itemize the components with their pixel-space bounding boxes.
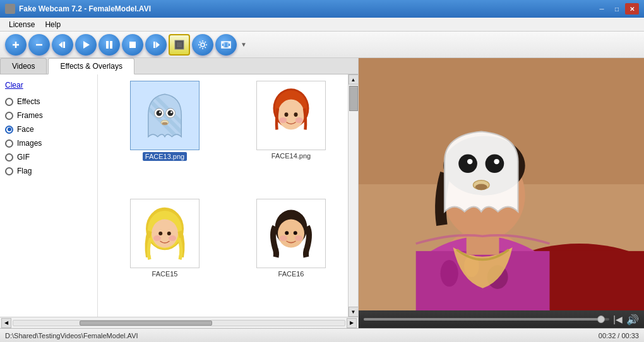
minimize-button[interactable]: ─ <box>595 3 609 15</box>
radio-images[interactable] <box>5 139 13 148</box>
svg-point-58 <box>441 260 458 286</box>
h-scroll-thumb[interactable] <box>80 321 212 326</box>
svg-rect-15 <box>222 42 224 44</box>
radio-gif[interactable] <box>5 153 13 162</box>
svg-rect-17 <box>229 42 230 44</box>
scroll-right-arrow[interactable]: ▶ <box>347 318 357 328</box>
forward-button[interactable] <box>145 34 167 56</box>
maximize-button[interactable]: □ <box>610 3 624 15</box>
status-path: D:\Shared\TestingVideos\FemaleModel.AVI <box>5 332 599 339</box>
rewind-icon <box>57 40 68 50</box>
svg-rect-8 <box>129 42 136 48</box>
stop-button[interactable] <box>122 34 143 56</box>
pause-icon <box>104 40 114 50</box>
svg-point-66 <box>467 159 472 164</box>
status-time: 00:32 / 00:33 <box>599 332 639 339</box>
filter-flag[interactable]: Flag <box>5 167 92 175</box>
plus-icon <box>11 40 21 50</box>
svg-point-65 <box>486 154 504 173</box>
scroll-left-arrow[interactable]: ◀ <box>1 318 11 328</box>
add-button[interactable] <box>5 34 27 56</box>
image-thumb-face16[interactable] <box>256 199 326 268</box>
radio-frames[interactable] <box>5 112 13 120</box>
clear-link[interactable]: Clear <box>5 81 92 90</box>
radio-flag[interactable] <box>5 167 13 175</box>
filter-frames[interactable]: Frames <box>5 111 92 120</box>
svg-rect-12 <box>177 42 182 47</box>
menu-license[interactable]: License <box>4 19 40 30</box>
image-item-face13[interactable]: FACE13.png <box>104 81 225 194</box>
svg-point-35 <box>279 117 287 123</box>
seek-thumb[interactable] <box>597 315 605 323</box>
image-thumb-face13[interactable] <box>130 81 200 150</box>
radio-effects[interactable] <box>5 98 13 106</box>
window-controls: ─ □ ✕ <box>595 3 639 15</box>
svg-point-36 <box>295 117 303 123</box>
scroll-down-arrow[interactable]: ▼ <box>349 307 359 317</box>
record-icon <box>174 39 185 50</box>
tab-videos[interactable]: Videos <box>0 58 47 74</box>
svg-point-31 <box>162 122 168 126</box>
forward-icon <box>151 40 161 50</box>
image-thumb-face15[interactable] <box>130 199 200 268</box>
window-title: Fake Webcam 7.2 - FemaleModel.AVI <box>19 4 595 13</box>
image-item-face14[interactable]: FACE14.png <box>230 81 352 194</box>
video-preview <box>359 58 644 310</box>
seek-bar[interactable] <box>364 318 609 321</box>
svg-point-44 <box>158 232 162 235</box>
svg-point-38 <box>294 112 298 117</box>
settings-button[interactable] <box>192 34 213 56</box>
image-label-face16: FACE16 <box>278 270 304 278</box>
filter-face[interactable]: Face <box>5 125 92 134</box>
svg-point-50 <box>285 231 289 235</box>
h-scroll-track[interactable] <box>13 320 345 326</box>
image-label-face14: FACE14.png <box>271 152 311 160</box>
content-area: Clear Effects Frames Face Images <box>0 74 358 317</box>
menu-bar: License Help <box>0 18 644 32</box>
radio-face[interactable] <box>5 126 13 134</box>
image-item-face15[interactable]: FACE15 <box>104 199 225 310</box>
minus-icon <box>34 40 44 50</box>
image-grid-container: FACE13.png <box>98 74 358 317</box>
svg-rect-16 <box>222 46 224 48</box>
app-icon <box>5 4 15 14</box>
film-button[interactable] <box>215 34 237 56</box>
filter-effects[interactable]: Effects <box>5 97 92 106</box>
record-button[interactable] <box>169 34 190 56</box>
volume-icon[interactable]: 🔊 <box>626 314 639 326</box>
face16-image <box>263 205 319 262</box>
svg-point-34 <box>278 100 304 130</box>
rewind-button[interactable] <box>52 34 73 56</box>
image-label-face13: FACE13.png <box>143 152 187 161</box>
scroll-up-arrow[interactable]: ▲ <box>349 74 359 85</box>
tab-effects[interactable]: Effects & Overlays <box>48 58 134 74</box>
dropdown-arrow[interactable]: ▼ <box>239 34 249 56</box>
pause-button[interactable] <box>98 34 120 56</box>
remove-button[interactable] <box>28 34 50 56</box>
play-button[interactable] <box>75 34 97 56</box>
person-silhouette <box>359 58 644 310</box>
horizontal-scrollbar[interactable]: ◀ ▶ <box>0 317 358 328</box>
image-label-face15: FACE15 <box>152 270 178 278</box>
status-bar: D:\Shared\TestingVideos\FemaleModel.AVI … <box>0 328 644 342</box>
svg-point-26 <box>157 110 162 116</box>
svg-rect-10 <box>153 42 155 48</box>
stop-icon <box>128 40 138 50</box>
toolbar: ▼ <box>0 32 644 58</box>
filter-images[interactable]: Images <box>5 139 92 148</box>
svg-point-69 <box>475 184 487 191</box>
title-bar: Fake Webcam 7.2 - FemaleModel.AVI ─ □ ✕ <box>0 0 644 18</box>
vc-marker-button[interactable]: |◀ <box>613 314 623 324</box>
face15-image <box>136 205 193 262</box>
image-thumb-face14[interactable] <box>256 81 326 150</box>
close-button[interactable]: ✕ <box>625 3 639 15</box>
svg-point-47 <box>278 220 304 248</box>
svg-marker-5 <box>83 41 90 49</box>
menu-help[interactable]: Help <box>40 19 66 30</box>
vertical-scrollbar[interactable]: ▲ ▼ <box>348 74 358 317</box>
svg-rect-4 <box>63 42 65 48</box>
filter-gif[interactable]: GIF <box>5 153 92 162</box>
scroll-thumb[interactable] <box>349 86 358 111</box>
left-panel: Videos Effects & Overlays Clear Effects … <box>0 58 359 328</box>
image-item-face16[interactable]: FACE16 <box>230 199 352 310</box>
